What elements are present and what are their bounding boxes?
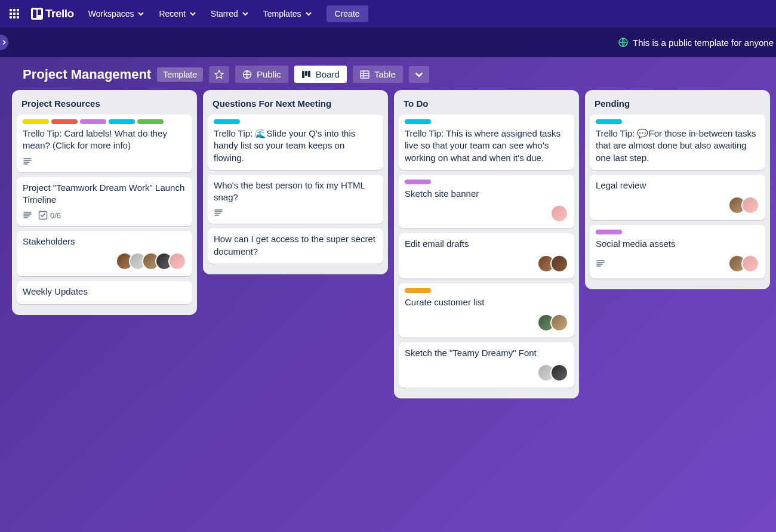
svg-rect-5: [361, 71, 369, 78]
card[interactable]: Sketch site banner: [399, 175, 574, 228]
view-table-button[interactable]: Table: [353, 66, 403, 83]
nav-item-starred[interactable]: Starred: [204, 5, 256, 22]
card-label[interactable]: [596, 230, 622, 234]
chevron-down-icon: [242, 10, 249, 17]
visibility-public-button[interactable]: Public: [235, 66, 288, 83]
card[interactable]: Who's the best person to fix my HTML sna…: [208, 175, 383, 224]
card-title: Stakeholders: [23, 236, 186, 248]
avatar[interactable]: [741, 255, 759, 273]
view-board-button[interactable]: Board: [294, 66, 347, 83]
table-icon: [360, 70, 369, 79]
card[interactable]: Stakeholders: [17, 231, 192, 276]
card-label[interactable]: [80, 119, 106, 124]
card-title: Edit email drafts: [405, 238, 568, 250]
description-icon: [23, 211, 32, 220]
card[interactable]: Project "Teamwork Dream Work" Launch Tim…: [17, 177, 192, 227]
list-title[interactable]: Project Resources: [17, 96, 192, 115]
trello-logo-icon: [31, 8, 43, 20]
list-title[interactable]: Pending: [590, 96, 765, 115]
view-switcher-more-button[interactable]: [409, 66, 429, 83]
avatar[interactable]: [550, 364, 568, 382]
description-icon: [214, 208, 223, 218]
description-icon: [23, 157, 32, 166]
board-title[interactable]: Project Management: [23, 67, 151, 82]
apps-switcher-icon[interactable]: [5, 4, 24, 23]
trello-logo[interactable]: Trello: [26, 7, 79, 20]
svg-rect-2: [302, 71, 304, 78]
expand-sidebar-button[interactable]: [0, 35, 8, 50]
card[interactable]: How can I get access to the super secret…: [208, 228, 383, 264]
card[interactable]: Curate customer list: [399, 283, 574, 337]
card-label[interactable]: [405, 119, 431, 124]
card-title: Weekly Updates: [23, 286, 186, 298]
nav-item-label: Workspaces: [88, 9, 134, 18]
nav-item-recent[interactable]: Recent: [152, 5, 203, 22]
template-banner: This is a public template for anyone: [0, 27, 776, 57]
card-title: Who's the best person to fix my HTML sna…: [214, 180, 377, 204]
card-title: Social media assets: [596, 238, 759, 250]
avatar[interactable]: [550, 205, 568, 222]
nav-item-label: Recent: [159, 9, 185, 18]
card-title: Trello Tip: 💬For those in-between tasks …: [596, 128, 759, 164]
trello-logo-text: Trello: [45, 7, 74, 20]
card-label[interactable]: [405, 288, 431, 293]
card-label[interactable]: [596, 119, 622, 124]
nav-item-templates[interactable]: Templates: [256, 5, 319, 22]
card[interactable]: Social media assets: [590, 225, 765, 279]
list-title[interactable]: To Do: [399, 96, 574, 115]
card-title: Trello Tip: Card labels! What do they me…: [23, 128, 186, 152]
card-members: [550, 205, 568, 222]
list: PendingTrello Tip: 💬For those in-between…: [585, 90, 770, 289]
chevron-down-icon: [414, 70, 424, 79]
card-title: Project "Teamwork Dream Work" Launch Tim…: [23, 182, 186, 206]
card-title: Trello Tip: 🌊Slide your Q's into this ha…: [214, 128, 377, 164]
card-title: Sketch site banner: [405, 188, 568, 200]
list: To DoTrello Tip: This is where assigned …: [394, 90, 579, 398]
avatar[interactable]: [168, 252, 186, 270]
template-badge[interactable]: Template: [157, 67, 203, 82]
nav-item-label: Templates: [263, 9, 301, 18]
avatar[interactable]: [550, 314, 568, 332]
card[interactable]: Trello Tip: 🌊Slide your Q's into this ha…: [208, 115, 383, 170]
card-title: How can I get access to the super secret…: [214, 233, 377, 258]
card-label[interactable]: [137, 119, 164, 124]
board-header: Project Management Template Public Board…: [0, 57, 776, 90]
card-members: [537, 364, 568, 382]
avatar[interactable]: [741, 196, 759, 214]
svg-rect-3: [305, 71, 307, 76]
card[interactable]: Edit email drafts: [399, 233, 574, 279]
globe-icon: [242, 70, 252, 79]
card[interactable]: Trello Tip: Card labels! What do they me…: [17, 115, 192, 172]
card-members: [537, 255, 568, 273]
board-canvas: Project ResourcesTrello Tip: Card labels…: [0, 90, 776, 398]
card-members: [537, 314, 568, 332]
card-title: Curate customer list: [405, 296, 568, 308]
card-title: Legal review: [596, 180, 759, 191]
card-label[interactable]: [214, 119, 240, 124]
create-button[interactable]: Create: [327, 5, 368, 22]
chevron-down-icon: [189, 10, 196, 17]
list-title[interactable]: Questions For Next Meeting: [208, 96, 383, 115]
card[interactable]: Sketch the "Teamy Dreamy" Font: [399, 342, 574, 388]
card[interactable]: Weekly Updates: [17, 281, 192, 304]
card[interactable]: Trello Tip: 💬For those in-between tasks …: [590, 115, 765, 170]
list: Project ResourcesTrello Tip: Card labels…: [12, 90, 197, 315]
board-icon: [301, 70, 311, 79]
card[interactable]: Trello Tip: This is where assigned tasks…: [399, 115, 574, 170]
card[interactable]: Legal review: [590, 175, 765, 220]
star-button[interactable]: [209, 66, 229, 83]
nav-item-label: Starred: [211, 9, 238, 18]
card-label[interactable]: [23, 119, 49, 124]
card-members: [728, 255, 759, 273]
banner-text: This is a public template for anyone: [633, 38, 774, 48]
nav-item-workspaces[interactable]: Workspaces: [81, 5, 152, 22]
card-label[interactable]: [405, 180, 431, 184]
avatar[interactable]: [550, 255, 568, 273]
card-label[interactable]: [51, 119, 78, 124]
chevron-down-icon: [305, 10, 312, 17]
chevron-down-icon: [137, 10, 144, 17]
top-navbar: Trello WorkspacesRecentStarredTemplates …: [0, 0, 776, 27]
description-icon: [596, 259, 605, 268]
card-members: [116, 252, 186, 270]
card-label[interactable]: [109, 119, 135, 124]
